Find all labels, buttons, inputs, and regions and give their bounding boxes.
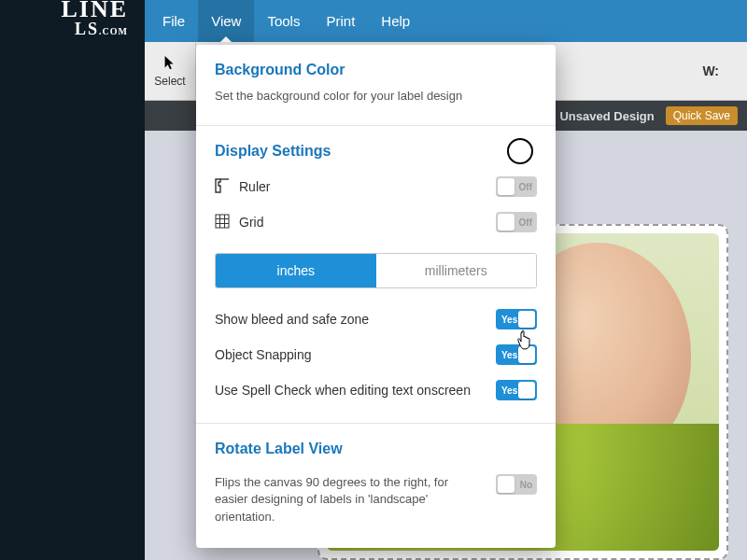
bleed-row: Show bleed and safe zone Yes (215, 301, 537, 337)
menu-view[interactable]: View (198, 0, 254, 42)
grid-toggle[interactable]: Off (496, 212, 537, 232)
bleed-label: Show bleed and safe zone (215, 312, 369, 327)
unit-tab-millimeters[interactable]: millimeters (376, 254, 537, 287)
rotate-section: Rotate Label View Flips the canvas 90 de… (196, 424, 556, 548)
svg-rect-0 (216, 215, 229, 228)
ruler-label: Ruler (239, 179, 270, 194)
logo: LINE LS.COM (0, 0, 145, 42)
unit-tabs: inches millimeters (215, 253, 537, 288)
snapping-toggle[interactable]: Yes (496, 344, 537, 365)
spellcheck-label: Use Spell Check when editing text onscre… (215, 383, 471, 398)
quick-save-button[interactable]: Quick Save (666, 106, 738, 125)
menubar: File View Tools Print Help (145, 0, 747, 42)
view-dropdown: Background Color Set the background colo… (196, 45, 556, 548)
bleed-toggle[interactable]: Yes (496, 309, 537, 329)
snapping-label: Object Snapping (215, 347, 312, 362)
snapping-row: Object Snapping Yes (215, 337, 537, 372)
display-settings-title: Display Settings (215, 143, 537, 160)
tool-select[interactable]: Select (145, 42, 196, 101)
left-sidebar: LINE LS.COM (0, 0, 145, 560)
menu-help[interactable]: Help (368, 0, 423, 42)
width-label: W: (702, 63, 747, 78)
rotate-title: Rotate Label View (215, 441, 537, 457)
grid-label: Grid (239, 215, 263, 230)
grid-row: Grid Off (215, 204, 537, 240)
unit-tab-inches[interactable]: inches (216, 254, 376, 287)
ruler-icon (215, 178, 230, 196)
background-color-title: Background Color (215, 62, 537, 78)
background-color-section: Background Color Set the background colo… (196, 45, 556, 126)
background-color-swatch[interactable] (507, 138, 533, 164)
menu-file[interactable]: File (149, 0, 198, 42)
cursor-icon (162, 55, 177, 75)
ruler-toggle[interactable]: Off (496, 176, 537, 197)
unsaved-design-label: Unsaved Design (559, 109, 654, 123)
rotate-desc: Flips the canvas 90 degrees to the right… (215, 474, 458, 525)
background-color-desc: Set the background color for your label … (215, 88, 537, 105)
grid-icon (215, 214, 230, 231)
spellcheck-row: Use Spell Check when editing text onscre… (215, 372, 537, 408)
logo-line2: LS.COM (0, 21, 128, 40)
spellcheck-toggle[interactable]: Yes (496, 380, 537, 400)
menu-print[interactable]: Print (313, 0, 368, 42)
rotate-toggle[interactable]: No (496, 474, 537, 495)
logo-line1: LINE (0, 0, 128, 21)
display-settings-section: Display Settings Ruler Off Grid Off inch… (196, 126, 556, 424)
menu-tools[interactable]: Tools (254, 0, 313, 42)
ruler-row: Ruler Off (215, 169, 537, 204)
tool-select-label: Select (154, 75, 185, 88)
